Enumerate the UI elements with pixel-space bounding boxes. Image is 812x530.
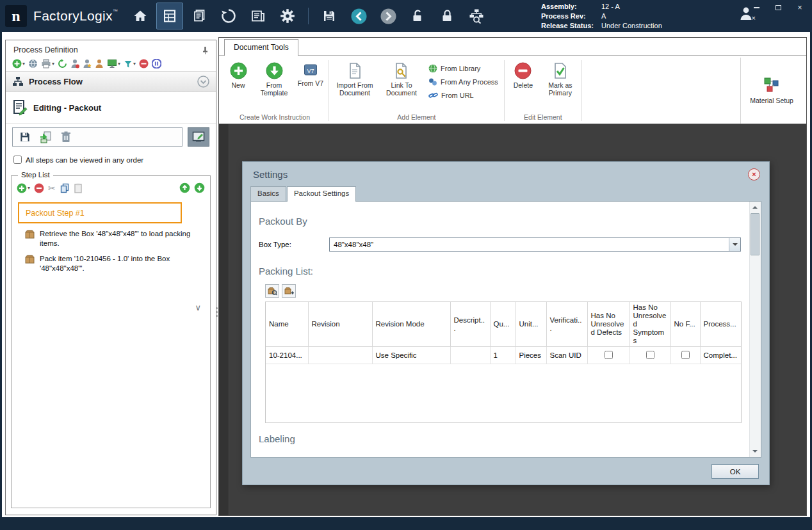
hold-process-button[interactable] xyxy=(152,59,161,68)
sync-button[interactable] xyxy=(215,3,242,29)
ok-button[interactable]: OK xyxy=(711,464,759,479)
assembly-value: 12 - A xyxy=(601,2,662,11)
tab-basics[interactable]: Basics xyxy=(250,186,286,201)
col-verification[interactable]: Verificati... xyxy=(546,302,587,347)
import-step-button[interactable] xyxy=(37,129,54,145)
sync-process-button[interactable] xyxy=(58,59,67,68)
home-icon xyxy=(133,8,148,24)
lock-icon xyxy=(439,8,455,24)
maximize-button[interactable] xyxy=(774,4,783,12)
dialog-scrollbar[interactable] xyxy=(749,202,761,457)
col-revision-mode[interactable]: Revision Mode xyxy=(372,302,450,347)
edit-element-group: Delete Mark as Primary Edit Element xyxy=(507,58,580,124)
find-box-item-button[interactable] xyxy=(265,284,279,298)
process-flow-header[interactable]: Process Flow xyxy=(6,71,216,92)
add-step-button[interactable]: ▾ xyxy=(17,183,30,193)
material-setup-button[interactable]: Material Setup xyxy=(740,58,802,124)
close-button[interactable]: × xyxy=(795,4,804,12)
cell-quantity: 1 xyxy=(490,347,516,364)
tab-packout-settings[interactable]: Packout Settings xyxy=(287,186,356,202)
user-red-button[interactable] xyxy=(70,59,79,68)
monitor-button[interactable]: ▾ xyxy=(107,59,120,68)
dropdown-caret-icon: ▾ xyxy=(28,186,30,191)
globe-button[interactable] xyxy=(28,59,38,68)
from-template-button[interactable]: From Template xyxy=(255,60,293,99)
scroll-up-button[interactable] xyxy=(750,202,760,213)
tab-document-tools[interactable]: Document Tools xyxy=(224,39,298,56)
process-nodes-icon xyxy=(428,77,437,86)
scroll-down-button[interactable] xyxy=(750,446,760,457)
export-box-item-button[interactable] xyxy=(282,284,296,298)
col-revision[interactable]: Revision xyxy=(308,302,372,347)
dialog-close-button[interactable]: × xyxy=(748,168,760,181)
package-box-icon xyxy=(24,229,35,248)
from-url-button[interactable]: From URL xyxy=(428,90,498,100)
col-has-no-unresolved-symptoms[interactable]: Has No Unresolved Symptoms xyxy=(629,302,670,347)
step-instruction-text: Pack item '10-210456 - 1.0' into the Box… xyxy=(40,254,201,273)
move-step-up-button[interactable] xyxy=(179,182,190,193)
scrollbar-thumb[interactable] xyxy=(751,213,759,255)
documents-button[interactable] xyxy=(245,3,272,29)
unlock-button[interactable] xyxy=(404,3,431,29)
print-button[interactable]: ▾ xyxy=(41,59,54,68)
user-button-small[interactable] xyxy=(95,59,104,68)
defects-checkbox[interactable] xyxy=(605,351,613,359)
add-process-button[interactable]: ▾ xyxy=(12,59,25,68)
packout-by-heading: Packout By xyxy=(259,216,750,227)
settings-button[interactable] xyxy=(274,3,301,29)
cut-icon[interactable]: ✂ xyxy=(48,183,56,193)
copy-button[interactable] xyxy=(60,183,70,193)
minimize-button[interactable] xyxy=(752,4,761,12)
delete-element-button[interactable]: Delete xyxy=(507,60,540,91)
pin-icon[interactable] xyxy=(201,46,209,54)
user-star-button[interactable] xyxy=(83,59,92,68)
remove-process-button[interactable] xyxy=(139,59,149,68)
collapse-circle-icon[interactable] xyxy=(197,76,209,88)
process-editor-button[interactable] xyxy=(156,3,183,29)
new-button[interactable]: New xyxy=(223,60,254,91)
forward-button[interactable] xyxy=(375,3,402,29)
dropdown-caret-icon: ▾ xyxy=(52,61,54,67)
templates-button[interactable] xyxy=(186,3,213,29)
col-unit[interactable]: Unit... xyxy=(516,302,546,347)
edit-instruction-button[interactable] xyxy=(188,127,209,147)
save-button[interactable] xyxy=(316,3,343,29)
col-quantity[interactable]: Qu... xyxy=(490,302,516,347)
box-type-combobox[interactable]: 48"x48"x48" xyxy=(329,237,741,252)
cell-revision-mode: Use Specific xyxy=(372,347,450,364)
col-name[interactable]: Name xyxy=(266,302,308,347)
from-library-button[interactable]: From Library xyxy=(428,63,498,74)
step-chevron-down-icon[interactable]: ∨ xyxy=(195,303,201,312)
process-search-button[interactable] xyxy=(463,3,490,29)
paste-button[interactable] xyxy=(74,183,83,193)
delete-step-button[interactable] xyxy=(58,129,74,145)
filter-button[interactable]: ▾ xyxy=(124,60,136,68)
import-from-document-button[interactable]: Import From Document xyxy=(331,60,378,99)
factorylogix-window: { "titlebar": { "logo_letter": "n", "app… xyxy=(0,0,812,530)
from-any-process-button[interactable]: From Any Process xyxy=(428,76,498,87)
remove-step-button[interactable] xyxy=(34,183,44,193)
packing-list-row[interactable]: 10-2104... Use Specific 1 Pieces Scan UI… xyxy=(266,347,741,364)
save-step-button[interactable] xyxy=(17,129,33,145)
any-order-checkbox[interactable] xyxy=(13,156,22,164)
selected-step-item[interactable]: Packout Step #1 xyxy=(18,202,182,223)
process-rev-label: Process Rev: xyxy=(541,12,599,20)
col-has-no-unresolved-defects[interactable]: Has No Unresolved Defects xyxy=(587,302,629,347)
col-description[interactable]: Descript... xyxy=(450,302,490,347)
step-instruction-item[interactable]: Pack item '10-210456 - 1.0' into the Box… xyxy=(12,250,210,275)
col-no-f[interactable]: No F... xyxy=(670,302,700,347)
from-v7-button[interactable]: V7 From V7 xyxy=(295,60,327,89)
app-logo: n xyxy=(5,5,27,27)
mark-as-primary-button[interactable]: Mark as Primary xyxy=(541,60,580,99)
link-to-document-button[interactable]: Link To Document xyxy=(380,60,423,99)
move-step-down-button[interactable] xyxy=(194,182,205,193)
col-process[interactable]: Process... xyxy=(700,302,741,347)
no-f-checkbox[interactable] xyxy=(681,351,690,359)
symptoms-checkbox[interactable] xyxy=(646,351,654,359)
back-button[interactable] xyxy=(345,3,372,29)
step-instruction-item[interactable]: Retrieve the Box '48"x48"x48"' to load p… xyxy=(12,225,210,250)
app-name: FactoryLogix™ xyxy=(33,8,118,24)
lock-button[interactable] xyxy=(434,3,460,29)
combo-dropdown-button[interactable] xyxy=(729,238,740,251)
home-button[interactable] xyxy=(127,3,154,29)
